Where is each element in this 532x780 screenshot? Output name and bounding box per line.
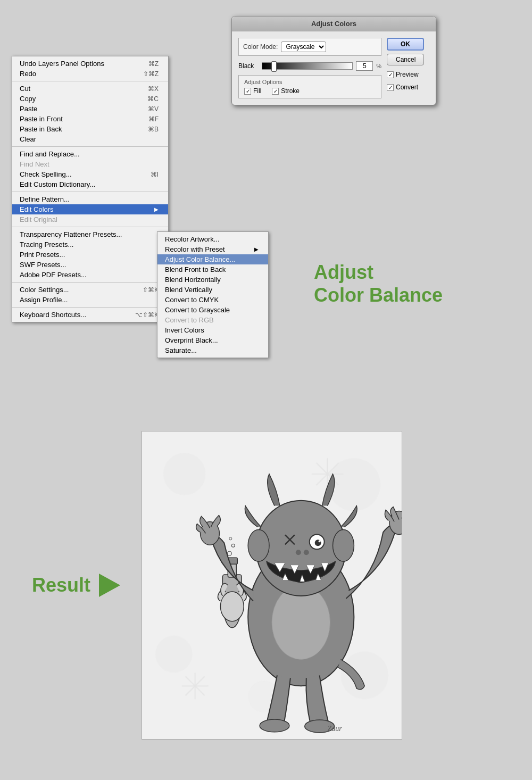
- result-arrow-icon: [99, 574, 120, 597]
- stroke-checkbox-row[interactable]: ✓ Stroke: [272, 87, 300, 95]
- separator: [12, 192, 168, 192]
- menu-item-keyboard-shortcuts[interactable]: Keyboard Shortcuts... ⌥⇧⌘K: [12, 310, 168, 320]
- separator: [12, 81, 168, 81]
- edit-colors-submenu[interactable]: Recolor Artwork... Recolor with Preset ▶…: [157, 231, 269, 358]
- adjust-colors-dialog: Adjust Colors Color Mode: Grayscale Blac…: [231, 16, 436, 105]
- separator: [12, 146, 168, 147]
- fill-checkbox[interactable]: ✓: [244, 88, 251, 95]
- dialog-left-panel: Color Mode: Grayscale Black % Adjust Opt…: [238, 38, 381, 98]
- menu-item-edit-colors[interactable]: Edit Colors ▶: [12, 204, 168, 214]
- svg-text:Zaur: Zaur: [328, 725, 343, 733]
- submenu-convert-grayscale[interactable]: Convert to Grayscale: [157, 305, 268, 315]
- dialog-right-panel: OK Cancel ✓ Preview ✓ Convert: [387, 38, 429, 98]
- menu-item-redo[interactable]: Redo ⇧⌘Z: [12, 69, 168, 79]
- svg-point-4: [341, 651, 389, 699]
- menu-item-undo[interactable]: Undo Layers Panel Options ⌘Z: [12, 59, 168, 69]
- submenu-recolor-artwork[interactable]: Recolor Artwork...: [157, 234, 268, 244]
- black-slider-row: Black %: [238, 61, 381, 71]
- arrow-icon: ▶: [154, 206, 159, 212]
- adjust-options-box: Adjust Options ✓ Fill ✓ Stroke: [238, 75, 381, 98]
- menu-item-swf-presets[interactable]: SWF Presets...: [12, 260, 168, 270]
- menu-item-transparency-presets[interactable]: Transparency Flattener Presets...: [12, 229, 168, 239]
- menu-item-edit-original: Edit Original: [12, 214, 168, 225]
- svg-point-33: [304, 550, 309, 555]
- submenu-blend-vertically[interactable]: Blend Vertically: [157, 285, 268, 295]
- submenu-blend-horizontally[interactable]: Blend Horizontally: [157, 275, 268, 285]
- color-mode-select[interactable]: Grayscale: [281, 42, 326, 52]
- menu-item-paste-front[interactable]: Paste in Front ⌘F: [12, 114, 168, 124]
- menu-item-copy[interactable]: Copy ⌘C: [12, 94, 168, 104]
- svg-point-26: [333, 529, 354, 561]
- adjust-color-balance-text: Adjust Color Balance: [314, 261, 443, 306]
- monster-illustration: Zaur: [142, 432, 402, 739]
- submenu-saturate[interactable]: Saturate...: [157, 345, 268, 355]
- arrow-icon: ▶: [254, 246, 259, 252]
- svg-point-25: [248, 529, 269, 561]
- result-image: Zaur: [142, 431, 402, 740]
- svg-point-3: [155, 636, 193, 673]
- submenu-overprint-black[interactable]: Overprint Black...: [157, 335, 268, 345]
- ok-button[interactable]: OK: [387, 38, 424, 51]
- submenu-blend-front-back[interactable]: Blend Front to Back: [157, 264, 268, 275]
- black-value-input[interactable]: [356, 61, 373, 71]
- svg-point-1: [163, 453, 206, 495]
- submenu-invert-colors[interactable]: Invert Colors: [157, 325, 268, 335]
- preview-checkbox[interactable]: ✓: [387, 71, 394, 78]
- menu-item-find-next: Find Next: [12, 159, 168, 169]
- submenu-adjust-color-balance[interactable]: Adjust Color Balance...: [157, 254, 268, 264]
- separator: [12, 282, 168, 283]
- result-label: Result: [32, 574, 120, 597]
- menu-item-print-presets[interactable]: Print Presets...: [12, 250, 168, 260]
- menu-item-pdf-presets[interactable]: Adobe PDF Presets...: [12, 270, 168, 280]
- black-slider-track[interactable]: [262, 62, 353, 70]
- svg-point-32: [296, 550, 301, 555]
- submenu-recolor-preset[interactable]: Recolor with Preset ▶: [157, 244, 268, 254]
- menu-item-define-pattern[interactable]: Define Pattern...: [12, 194, 168, 204]
- dialog-title: Adjust Colors: [232, 16, 436, 31]
- separator: [12, 307, 168, 308]
- stroke-checkbox[interactable]: ✓: [272, 88, 279, 95]
- menu-item-assign-profile[interactable]: Assign Profile...: [12, 295, 168, 305]
- fill-checkbox-row[interactable]: ✓ Fill: [244, 87, 261, 95]
- result-section: Result: [0, 404, 532, 766]
- menu-item-clear[interactable]: Clear: [12, 134, 168, 144]
- menu-item-custom-dict[interactable]: Edit Custom Dictionary...: [12, 179, 168, 189]
- svg-point-21: [220, 592, 244, 621]
- svg-point-23: [272, 585, 330, 659]
- convert-row: ✓ Convert: [387, 84, 418, 91]
- menu-item-color-settings[interactable]: Color Settings... ⇧⌘K: [12, 285, 168, 295]
- color-mode-row: Color Mode: Grayscale: [238, 38, 381, 56]
- menu-item-find-replace[interactable]: Find and Replace...: [12, 149, 168, 159]
- preview-row: ✓ Preview: [387, 71, 419, 78]
- svg-point-31: [319, 540, 321, 542]
- menu-item-paste[interactable]: Paste ⌘V: [12, 104, 168, 114]
- menu-item-paste-back[interactable]: Paste in Back ⌘B: [12, 124, 168, 134]
- svg-point-36: [260, 719, 289, 732]
- submenu-convert-rgb: Convert to RGB: [157, 315, 268, 325]
- menu-item-tracing-presets[interactable]: Tracing Presets...: [12, 239, 168, 250]
- separator: [12, 227, 168, 227]
- convert-checkbox[interactable]: ✓: [387, 84, 394, 91]
- edit-menu[interactable]: Undo Layers Panel Options ⌘Z Redo ⇧⌘Z Cu…: [12, 56, 169, 322]
- menu-item-cut[interactable]: Cut ⌘X: [12, 84, 168, 94]
- cancel-button[interactable]: Cancel: [387, 54, 424, 65]
- submenu-convert-cmyk[interactable]: Convert to CMYK: [157, 295, 268, 305]
- menu-item-check-spelling[interactable]: Check Spelling... ⌘I: [12, 169, 168, 179]
